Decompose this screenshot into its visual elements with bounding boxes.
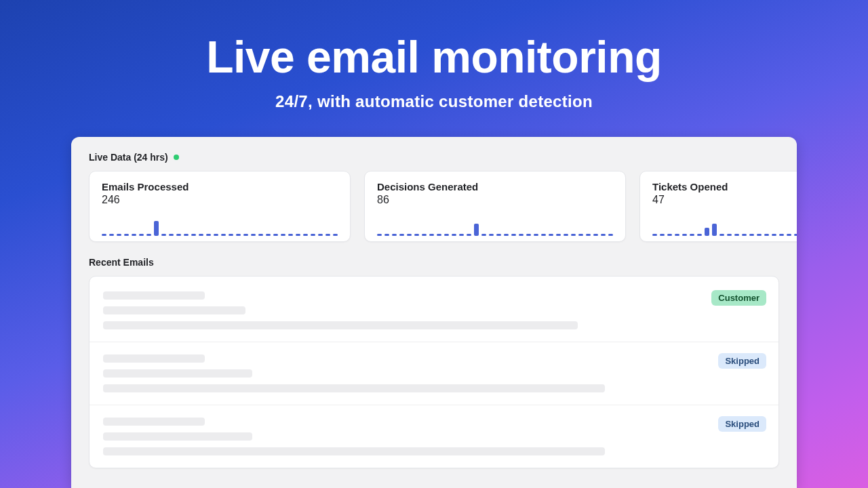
sparkline-bar <box>296 234 300 236</box>
sparkline-bar <box>221 234 226 236</box>
sparkline-bar <box>608 234 613 236</box>
sparkline-bar <box>593 234 598 236</box>
stat-card-value: 47 <box>652 194 797 206</box>
stat-card-tickets-opened: Tickets Opened 47 <box>639 171 797 242</box>
sparkline-bar <box>377 234 382 236</box>
sparkline-bar <box>534 234 538 236</box>
stat-cards-row: Emails Processed 246 Decisions Generated… <box>89 171 779 242</box>
email-row[interactable]: Skipped <box>90 405 778 468</box>
sparkline-decisions-generated <box>377 216 613 236</box>
sparkline-bar <box>787 234 791 236</box>
sparkline-bar <box>757 234 762 236</box>
sparkline-bar <box>229 234 233 236</box>
sparkline-bar <box>429 234 434 236</box>
sparkline-bar <box>504 234 509 236</box>
sparkline-bar <box>675 234 679 236</box>
sparkline-bar <box>705 228 709 236</box>
sparkline-bar <box>154 221 159 236</box>
sparkline-bar <box>422 234 427 236</box>
sparkline-bar <box>712 224 717 236</box>
live-data-section-label: Live Data (24 hrs) <box>89 152 779 163</box>
sparkline-bar <box>519 234 524 236</box>
sparkline-bar <box>734 234 739 236</box>
sparkline-bar <box>526 234 531 236</box>
placeholder-line <box>103 432 252 441</box>
sparkline-bar <box>690 234 694 236</box>
sparkline-bar <box>176 234 181 236</box>
sparkline-bar <box>214 234 218 236</box>
sparkline-bar <box>117 234 121 236</box>
sparkline-bar <box>161 234 166 236</box>
sparkline-bar <box>399 234 404 236</box>
sparkline-bar <box>467 234 471 236</box>
placeholder-line <box>103 291 205 300</box>
sparkline-bar <box>749 234 754 236</box>
sparkline-bar <box>326 234 330 236</box>
stat-card-title: Tickets Opened <box>652 181 797 192</box>
sparkline-bar <box>682 234 687 236</box>
sparkline-bar <box>184 234 189 236</box>
sparkline-emails-processed <box>102 216 338 236</box>
sparkline-bar <box>742 234 747 236</box>
stat-card-emails-processed: Emails Processed 246 <box>89 171 351 242</box>
sparkline-bar <box>281 234 285 236</box>
placeholder-line <box>103 306 245 314</box>
recent-emails-section-label: Recent Emails <box>89 257 779 268</box>
sparkline-bar <box>132 234 136 236</box>
dashboard-panel: Live Data (24 hrs) Emails Processed 246 … <box>71 137 797 488</box>
live-indicator-icon <box>174 155 179 160</box>
sparkline-bar <box>719 234 724 236</box>
sparkline-bar <box>191 234 196 236</box>
sparkline-bar <box>727 234 732 236</box>
stat-card-title: Decisions Generated <box>377 181 613 192</box>
sparkline-bar <box>392 234 397 236</box>
stat-card-decisions-generated: Decisions Generated 86 <box>364 171 626 242</box>
placeholder-line <box>103 321 578 329</box>
email-row[interactable]: Customer <box>90 279 778 342</box>
sparkline-bar <box>444 234 449 236</box>
hero-title: Live email monitoring <box>206 31 662 83</box>
sparkline-bar <box>102 234 106 236</box>
sparkline-bar <box>414 234 419 236</box>
sparkline-bar <box>571 234 576 236</box>
placeholder-line <box>103 354 205 363</box>
email-row[interactable]: Skipped <box>90 342 778 405</box>
sparkline-bar <box>764 234 769 236</box>
sparkline-bar <box>124 234 129 236</box>
sparkline-bar <box>549 234 553 236</box>
sparkline-bar <box>311 234 315 236</box>
sparkline-bar <box>652 234 657 236</box>
sparkline-bar <box>511 234 516 236</box>
sparkline-bar <box>772 234 776 236</box>
hero-subtitle: 24/7, with automatic customer detection <box>275 92 593 111</box>
sparkline-bar <box>667 234 672 236</box>
sparkline-bar <box>236 234 241 236</box>
sparkline-bar <box>146 234 151 236</box>
status-badge: Skipped <box>718 353 766 369</box>
stat-card-value: 86 <box>377 194 613 206</box>
sparkline-bar <box>601 234 606 236</box>
sparkline-bar <box>243 234 248 236</box>
placeholder-line <box>103 418 205 426</box>
status-badge: Customer <box>711 290 766 306</box>
sparkline-bar <box>206 234 211 236</box>
sparkline-bar <box>251 234 256 236</box>
sparkline-bar <box>481 234 486 236</box>
placeholder-line <box>103 447 605 455</box>
sparkline-bar <box>496 234 501 236</box>
sparkline-bar <box>697 234 702 236</box>
sparkline-bar <box>459 234 464 236</box>
sparkline-bar <box>779 234 784 236</box>
placeholder-line <box>103 384 605 392</box>
sparkline-bar <box>303 234 308 236</box>
sparkline-bar <box>660 234 665 236</box>
live-data-label-text: Live Data (24 hrs) <box>89 152 168 163</box>
sparkline-bar <box>541 234 546 236</box>
sparkline-bar <box>273 234 278 236</box>
sparkline-bar <box>199 234 203 236</box>
sparkline-bar <box>288 234 293 236</box>
sparkline-bar <box>109 234 114 236</box>
sparkline-bar <box>794 234 797 236</box>
sparkline-bar <box>489 234 494 236</box>
sparkline-bar <box>266 234 271 236</box>
